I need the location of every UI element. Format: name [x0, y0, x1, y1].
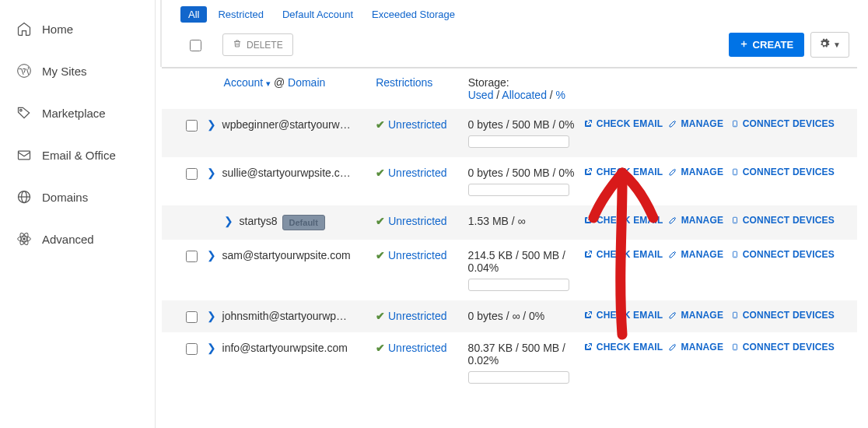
connect-devices-link[interactable]: CONNECT DEVICES [731, 249, 835, 260]
storage-text: 0 bytes / 500 MB / 0% [468, 118, 583, 131]
sidebar-item-marketplace[interactable]: Marketplace [0, 92, 155, 134]
manage-link[interactable]: MANAGE [668, 310, 724, 321]
restriction-link[interactable]: Unrestricted [388, 249, 446, 261]
restriction-link[interactable]: Unrestricted [388, 118, 446, 131]
chevron-right-icon[interactable]: ❯ [207, 249, 216, 261]
header-used[interactable]: Used [468, 89, 494, 101]
row-checkbox[interactable] [186, 343, 198, 355]
sidebar-item-email[interactable]: Email & Office [0, 134, 155, 176]
trash-icon [233, 39, 242, 51]
storage-progress [468, 371, 569, 384]
check-email-link[interactable]: CHECK EMAIL [583, 310, 663, 321]
tag-icon [16, 104, 33, 121]
storage-progress [468, 279, 569, 291]
account-email: johnsmith@startyourwp… [222, 310, 348, 322]
header-allocated[interactable]: Allocated [502, 89, 547, 101]
delete-button[interactable]: DELETE [222, 33, 293, 56]
chevron-right-icon[interactable]: ❯ [207, 118, 216, 131]
storage-progress [468, 135, 569, 148]
tab-default-account[interactable]: Default Account [275, 6, 361, 23]
storage-progress [468, 184, 569, 196]
settings-button[interactable]: ▼ [810, 32, 849, 58]
connect-devices-link[interactable]: CONNECT DEVICES [731, 342, 835, 353]
sidebar-item-label: Domains [42, 191, 88, 204]
storage-text: 80.37 KB / 500 MB / 0.02% [468, 342, 583, 367]
check-icon: ✔ [376, 215, 385, 227]
connect-devices-link[interactable]: CONNECT DEVICES [731, 118, 835, 129]
table-row: ❯wpbeginner@startyourw…✔Unrestricted0 by… [162, 109, 857, 157]
check-email-link[interactable]: CHECK EMAIL [583, 167, 663, 177]
manage-link[interactable]: MANAGE [668, 342, 724, 353]
sidebar-item-label: My Sites [42, 65, 87, 78]
connect-devices-link[interactable]: CONNECT DEVICES [731, 167, 835, 177]
row-checkbox[interactable] [186, 251, 198, 262]
globe-icon [16, 188, 33, 205]
header-domain[interactable]: Domain [288, 76, 325, 89]
storage-text: 1.53 MB / ∞ [468, 215, 583, 227]
select-all-checkbox[interactable] [190, 40, 201, 51]
sidebar-item-my-sites[interactable]: My Sites [0, 50, 155, 92]
table-row: ❯sullie@startyourwpsite.c…✔Unrestricted0… [162, 157, 857, 205]
restriction-link[interactable]: Unrestricted [388, 167, 446, 179]
sort-down-icon: ▾ [266, 79, 271, 88]
create-button[interactable]: CREATE [729, 33, 804, 57]
sidebar-item-label: Home [42, 23, 73, 36]
manage-link[interactable]: MANAGE [668, 249, 724, 260]
chevron-right-icon[interactable]: ❯ [207, 342, 216, 354]
header-percent[interactable]: % [556, 89, 565, 101]
svg-point-1 [20, 109, 23, 111]
connect-devices-link[interactable]: CONNECT DEVICES [731, 310, 835, 321]
table-row: ❯info@startyourwpsite.com✔Unrestricted80… [162, 332, 857, 393]
home-icon [16, 20, 33, 37]
check-email-link[interactable]: CHECK EMAIL [583, 118, 663, 129]
check-icon: ✔ [376, 310, 385, 322]
sidebar-item-advanced[interactable]: Advanced [0, 218, 155, 260]
svg-point-0 [18, 65, 31, 78]
account-email: sam@startyourwpsite.com [222, 249, 351, 261]
manage-link[interactable]: MANAGE [668, 215, 724, 226]
row-checkbox[interactable] [186, 120, 198, 132]
chevron-down-icon: ▼ [833, 40, 841, 49]
atom-icon [16, 230, 33, 247]
header-account[interactable]: Account ▾ [224, 76, 271, 89]
check-email-link[interactable]: CHECK EMAIL [583, 342, 663, 353]
wordpress-icon [16, 62, 33, 79]
row-checkbox[interactable] [186, 311, 198, 323]
plus-icon [740, 39, 748, 51]
table-row: ❯sam@startyourwpsite.com✔Unrestricted214… [162, 240, 857, 300]
account-email: wpbeginner@startyourw… [222, 118, 351, 131]
header-storage-label: Storage: [468, 76, 583, 89]
connect-devices-link[interactable]: CONNECT DEVICES [731, 215, 835, 226]
storage-text: 0 bytes / ∞ / 0% [468, 310, 583, 322]
tab-all[interactable]: All [180, 6, 207, 23]
svg-rect-2 [19, 151, 30, 160]
svg-point-8 [23, 238, 26, 240]
chevron-right-icon[interactable]: ❯ [224, 215, 233, 227]
manage-link[interactable]: MANAGE [668, 118, 724, 129]
sidebar-item-label: Email & Office [42, 149, 116, 162]
chevron-right-icon[interactable]: ❯ [207, 310, 216, 322]
chevron-right-icon[interactable]: ❯ [207, 167, 216, 179]
table-row: ❯startys8Default✔Unrestricted1.53 MB / ∞… [162, 205, 857, 240]
restriction-link[interactable]: Unrestricted [388, 310, 446, 322]
gear-icon [819, 38, 830, 51]
row-checkbox[interactable] [186, 168, 198, 180]
check-email-link[interactable]: CHECK EMAIL [583, 249, 663, 260]
tab-restricted[interactable]: Restricted [210, 6, 271, 23]
table-row: ❯johnsmith@startyourwp…✔Unrestricted0 by… [162, 300, 857, 332]
sidebar-item-domains[interactable]: Domains [0, 176, 155, 218]
default-badge: Default [282, 215, 325, 230]
sidebar-item-home[interactable]: Home [0, 8, 155, 50]
check-email-link[interactable]: CHECK EMAIL [583, 215, 663, 226]
header-at: @ [274, 76, 285, 89]
sidebar-item-label: Marketplace [42, 107, 106, 120]
sidebar-item-label: Advanced [42, 233, 94, 246]
header-restrictions[interactable]: Restrictions [376, 76, 432, 89]
account-email: startys8 [240, 215, 278, 227]
check-icon: ✔ [376, 167, 385, 179]
tab-exceeded-storage[interactable]: Exceeded Storage [364, 6, 463, 23]
restriction-link[interactable]: Unrestricted [388, 342, 446, 354]
manage-link[interactable]: MANAGE [668, 167, 724, 177]
check-icon: ✔ [376, 342, 385, 354]
restriction-link[interactable]: Unrestricted [388, 215, 446, 227]
